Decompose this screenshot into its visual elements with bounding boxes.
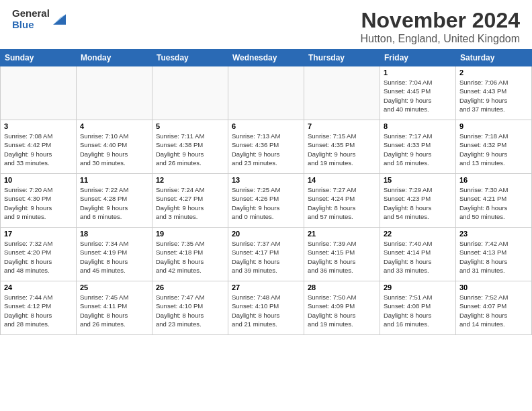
logo: General Blue	[12, 8, 66, 30]
day-info: Sunrise: 7:50 AM Sunset: 4:09 PM Dayligh…	[308, 293, 376, 328]
day-number: 9	[459, 122, 528, 130]
calendar-cell: 29Sunrise: 7:51 AM Sunset: 4:08 PM Dayli…	[380, 281, 456, 335]
day-number: 6	[232, 122, 300, 130]
day-info: Sunrise: 7:40 AM Sunset: 4:14 PM Dayligh…	[384, 239, 452, 275]
calendar-cell: 11Sunrise: 7:22 AM Sunset: 4:28 PM Dayli…	[77, 174, 152, 228]
day-info: Sunrise: 7:11 AM Sunset: 4:38 PM Dayligh…	[156, 132, 224, 167]
day-info: Sunrise: 7:45 AM Sunset: 4:11 PM Dayligh…	[80, 293, 148, 328]
main-title: November 2024	[361, 8, 520, 33]
day-info: Sunrise: 7:32 AM Sunset: 4:20 PM Dayligh…	[4, 239, 73, 275]
calendar-cell: 2Sunrise: 7:06 AM Sunset: 4:43 PM Daylig…	[456, 66, 532, 120]
calendar-cell: 18Sunrise: 7:34 AM Sunset: 4:19 PM Dayli…	[77, 228, 152, 281]
day-info: Sunrise: 7:17 AM Sunset: 4:33 PM Dayligh…	[384, 132, 452, 167]
calendar-cell: 21Sunrise: 7:39 AM Sunset: 4:15 PM Dayli…	[304, 228, 380, 281]
day-info: Sunrise: 7:25 AM Sunset: 4:26 PM Dayligh…	[232, 185, 300, 221]
day-number: 29	[384, 283, 452, 291]
day-info: Sunrise: 7:42 AM Sunset: 4:13 PM Dayligh…	[459, 239, 528, 275]
weekday-header-sunday: Sunday	[1, 50, 77, 66]
day-number: 24	[4, 283, 73, 291]
day-number: 19	[156, 230, 224, 238]
day-info: Sunrise: 7:10 AM Sunset: 4:40 PM Dayligh…	[80, 132, 148, 167]
calendar-cell: 27Sunrise: 7:48 AM Sunset: 4:10 PM Dayli…	[228, 281, 304, 335]
day-info: Sunrise: 7:47 AM Sunset: 4:10 PM Dayligh…	[156, 293, 224, 328]
calendar-header-row: SundayMondayTuesdayWednesdayThursdayFrid…	[1, 50, 532, 66]
day-info: Sunrise: 7:24 AM Sunset: 4:27 PM Dayligh…	[156, 185, 224, 221]
calendar-cell: 3Sunrise: 7:08 AM Sunset: 4:42 PM Daylig…	[1, 120, 77, 174]
day-info: Sunrise: 7:51 AM Sunset: 4:08 PM Dayligh…	[384, 293, 452, 328]
day-info: Sunrise: 7:27 AM Sunset: 4:24 PM Dayligh…	[308, 185, 376, 221]
calendar-cell: 5Sunrise: 7:11 AM Sunset: 4:38 PM Daylig…	[152, 120, 228, 174]
day-number: 13	[232, 176, 300, 184]
day-info: Sunrise: 7:37 AM Sunset: 4:17 PM Dayligh…	[232, 239, 300, 275]
weekday-header-thursday: Thursday	[304, 50, 380, 66]
calendar-cell: 22Sunrise: 7:40 AM Sunset: 4:14 PM Dayli…	[380, 228, 456, 281]
day-info: Sunrise: 7:15 AM Sunset: 4:35 PM Dayligh…	[308, 132, 376, 167]
day-number: 25	[80, 283, 148, 291]
day-info: Sunrise: 7:29 AM Sunset: 4:23 PM Dayligh…	[384, 185, 452, 221]
calendar-cell: 12Sunrise: 7:24 AM Sunset: 4:27 PM Dayli…	[152, 174, 228, 228]
calendar-cell: 14Sunrise: 7:27 AM Sunset: 4:24 PM Dayli…	[304, 174, 380, 228]
day-number: 1	[384, 68, 452, 77]
day-info: Sunrise: 7:52 AM Sunset: 4:07 PM Dayligh…	[459, 293, 528, 328]
calendar-week-3: 17Sunrise: 7:32 AM Sunset: 4:20 PM Dayli…	[1, 228, 532, 281]
calendar-cell	[1, 66, 77, 120]
calendar-cell	[304, 66, 380, 120]
day-number: 12	[156, 176, 224, 184]
calendar-cell: 6Sunrise: 7:13 AM Sunset: 4:36 PM Daylig…	[228, 120, 304, 174]
day-number: 21	[308, 230, 376, 238]
calendar-cell: 28Sunrise: 7:50 AM Sunset: 4:09 PM Dayli…	[304, 281, 380, 335]
calendar-cell: 4Sunrise: 7:10 AM Sunset: 4:40 PM Daylig…	[77, 120, 152, 174]
day-number: 11	[80, 176, 148, 184]
calendar-cell	[77, 66, 152, 120]
calendar-cell: 16Sunrise: 7:30 AM Sunset: 4:21 PM Dayli…	[456, 174, 532, 228]
calendar-cell: 8Sunrise: 7:17 AM Sunset: 4:33 PM Daylig…	[380, 120, 456, 174]
day-info: Sunrise: 7:04 AM Sunset: 4:45 PM Dayligh…	[384, 78, 452, 113]
day-number: 27	[232, 283, 300, 291]
day-number: 30	[459, 283, 528, 291]
calendar-cell: 1Sunrise: 7:04 AM Sunset: 4:45 PM Daylig…	[380, 66, 456, 120]
calendar-cell: 25Sunrise: 7:45 AM Sunset: 4:11 PM Dayli…	[77, 281, 152, 335]
calendar-cell: 24Sunrise: 7:44 AM Sunset: 4:12 PM Dayli…	[1, 281, 77, 335]
calendar-cell: 26Sunrise: 7:47 AM Sunset: 4:10 PM Dayli…	[152, 281, 228, 335]
day-number: 26	[156, 283, 224, 291]
day-info: Sunrise: 7:18 AM Sunset: 4:32 PM Dayligh…	[459, 132, 528, 167]
logo-general-text: General	[12, 8, 50, 19]
day-number: 14	[308, 176, 376, 184]
day-info: Sunrise: 7:22 AM Sunset: 4:28 PM Dayligh…	[80, 185, 148, 221]
day-number: 23	[459, 230, 528, 238]
day-number: 15	[384, 176, 452, 184]
day-info: Sunrise: 7:08 AM Sunset: 4:42 PM Dayligh…	[4, 132, 73, 167]
day-info: Sunrise: 7:34 AM Sunset: 4:19 PM Dayligh…	[80, 239, 148, 275]
weekday-header-saturday: Saturday	[456, 50, 532, 66]
day-info: Sunrise: 7:30 AM Sunset: 4:21 PM Dayligh…	[459, 185, 528, 221]
calendar-cell: 17Sunrise: 7:32 AM Sunset: 4:20 PM Dayli…	[1, 228, 77, 281]
day-info: Sunrise: 7:35 AM Sunset: 4:18 PM Dayligh…	[156, 239, 224, 275]
subtitle: Hutton, England, United Kingdom	[361, 33, 520, 45]
weekday-header-monday: Monday	[77, 50, 152, 66]
calendar-cell	[152, 66, 228, 120]
day-info: Sunrise: 7:48 AM Sunset: 4:10 PM Dayligh…	[232, 293, 300, 328]
day-number: 20	[232, 230, 300, 238]
calendar-cell: 7Sunrise: 7:15 AM Sunset: 4:35 PM Daylig…	[304, 120, 380, 174]
day-number: 16	[459, 176, 528, 184]
day-number: 10	[4, 176, 73, 184]
calendar-cell: 20Sunrise: 7:37 AM Sunset: 4:17 PM Dayli…	[228, 228, 304, 281]
calendar-cell: 23Sunrise: 7:42 AM Sunset: 4:13 PM Dayli…	[456, 228, 532, 281]
day-info: Sunrise: 7:39 AM Sunset: 4:15 PM Dayligh…	[308, 239, 376, 275]
day-number: 18	[80, 230, 148, 238]
day-number: 28	[308, 283, 376, 291]
logo-icon	[51, 12, 66, 27]
day-number: 2	[459, 68, 528, 77]
day-info: Sunrise: 7:13 AM Sunset: 4:36 PM Dayligh…	[232, 132, 300, 167]
day-info: Sunrise: 7:06 AM Sunset: 4:43 PM Dayligh…	[459, 78, 528, 113]
calendar-cell: 30Sunrise: 7:52 AM Sunset: 4:07 PM Dayli…	[456, 281, 532, 335]
day-number: 17	[4, 230, 73, 238]
calendar-table: SundayMondayTuesdayWednesdayThursdayFrid…	[0, 49, 532, 335]
calendar-week-1: 3Sunrise: 7:08 AM Sunset: 4:42 PM Daylig…	[1, 120, 532, 174]
calendar-cell: 13Sunrise: 7:25 AM Sunset: 4:26 PM Dayli…	[228, 174, 304, 228]
page-header: General Blue November 2024 Hutton, Engla…	[0, 0, 532, 49]
day-number: 3	[4, 122, 73, 130]
day-number: 4	[80, 122, 148, 130]
weekday-header-tuesday: Tuesday	[152, 50, 228, 66]
calendar-week-2: 10Sunrise: 7:20 AM Sunset: 4:30 PM Dayli…	[1, 174, 532, 228]
